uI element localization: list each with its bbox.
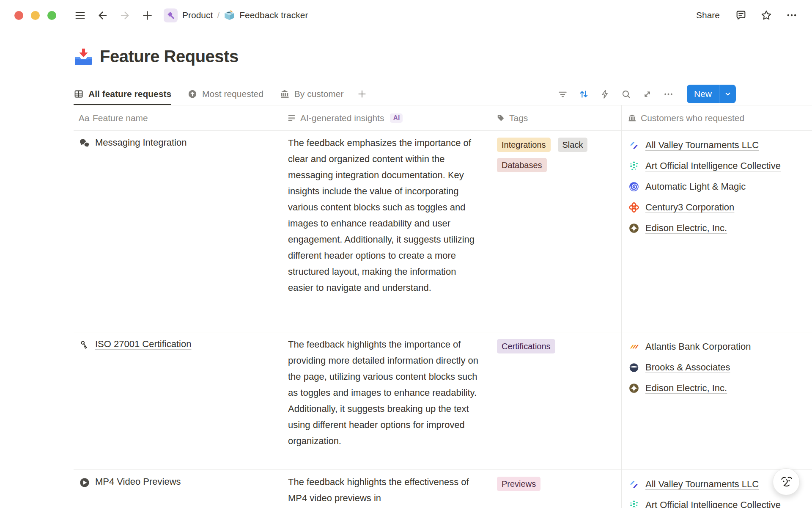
ai-insight-cell[interactable]: The feedback highlights the effectivenes… (281, 470, 490, 508)
customer-link[interactable]: Edison Electric, Inc. (645, 383, 727, 394)
column-label: Tags (509, 113, 528, 123)
forward-icon[interactable] (119, 9, 131, 22)
bank-icon (628, 113, 636, 122)
add-view-icon[interactable] (357, 88, 368, 99)
feature-name-cell[interactable]: Messaging Integration (74, 131, 281, 332)
customers-cell[interactable]: All Valley Tournaments LLCArt Official I… (622, 131, 812, 332)
feature-name-cell[interactable]: ISO 27001 Certification (74, 332, 281, 469)
tag-pill-integrations[interactable]: Integrations (497, 138, 551, 152)
customer-link[interactable]: Edison Electric, Inc. (645, 223, 727, 234)
hammer-icon (166, 11, 176, 20)
database-toolbar: New (557, 83, 812, 105)
customer-link[interactable]: Century3 Corporation (645, 202, 734, 213)
share-button[interactable]: Share (696, 10, 720, 20)
close-window-button[interactable] (14, 11, 23, 20)
table-header-row: AaFeature nameAI-generated insightsAITag… (74, 105, 812, 131)
customers-cell[interactable]: Atlantis Bank CorporationBrooks & Associ… (622, 332, 812, 469)
teal-dots-logo (628, 500, 639, 508)
customer-item[interactable]: Automatic Light & Magic (628, 176, 812, 197)
blue-slashes-logo (628, 479, 639, 490)
search-icon[interactable] (621, 89, 631, 99)
navy-oval-logo (628, 362, 639, 373)
tag-pill-slack[interactable]: Slack (558, 138, 588, 152)
breadcrumb-page[interactable]: Feedback tracker (239, 10, 308, 20)
ai-insight-cell[interactable]: The feedback emphasizes the importance o… (281, 131, 490, 332)
customer-item[interactable]: Art Official Intelligence Collective (628, 155, 812, 176)
ai-badge: AI (390, 113, 403, 123)
customer-link[interactable]: Atlantis Bank Corporation (645, 341, 751, 352)
feature-name-cell[interactable]: MP4 Video Previews (74, 470, 281, 508)
customer-link[interactable]: Automatic Light & Magic (645, 181, 746, 192)
traffic-lights (14, 11, 56, 20)
feature-name-link[interactable]: Messaging Integration (95, 137, 187, 149)
customer-link[interactable]: All Valley Tournaments LLC (645, 140, 759, 151)
more-gray-icon[interactable] (663, 89, 674, 99)
comments-icon[interactable] (735, 9, 747, 21)
tag-pill-certifications[interactable]: Certifications (497, 339, 555, 353)
customer-item[interactable]: Atlantis Bank Corporation (628, 336, 812, 357)
customer-item[interactable]: Brooks & Associates (628, 357, 812, 378)
page-header: Feature Requests (74, 47, 239, 66)
column-header-customers-who-requested[interactable]: Customers who requested (622, 105, 812, 130)
column-label: AI-generated insights (300, 113, 384, 123)
favorite-star-icon[interactable] (760, 9, 772, 21)
Aa-icon: Aa (80, 113, 88, 122)
speech-bubbles-icon (79, 138, 91, 149)
new-button[interactable]: New (687, 85, 736, 103)
column-label: Customers who requested (641, 113, 744, 123)
sort-icon[interactable] (579, 89, 589, 99)
table-row: MP4 Video PreviewsThe feedback highlight… (74, 470, 812, 508)
breadcrumb-workspace[interactable]: Product (182, 10, 213, 20)
new-page-icon[interactable] (141, 9, 154, 22)
window-top-bar: Product / Feedback tracker Share (0, 0, 812, 30)
ballot-box-icon (224, 10, 235, 21)
customer-link[interactable]: Art Official Intelligence Collective (645, 500, 781, 508)
more-options-icon[interactable] (786, 9, 798, 21)
tags-cell[interactable]: Previews (490, 470, 622, 508)
view-tabs-bar: All feature requestsMost requestedBy cus… (74, 83, 812, 105)
back-icon[interactable] (96, 9, 109, 22)
workspace-icon-bg[interactable] (164, 8, 178, 22)
blue-spiral-logo (628, 181, 639, 192)
chevron-down-icon (724, 90, 732, 98)
feature-name-link[interactable]: ISO 27001 Certification (95, 338, 191, 351)
sidebar-toggle-icon[interactable] (74, 9, 86, 22)
tab-label: By customer (294, 89, 344, 99)
tag-pill-previews[interactable]: Previews (497, 477, 540, 491)
orange-stripes-logo (628, 341, 639, 352)
lightning-icon[interactable] (600, 89, 610, 99)
customer-item[interactable]: Art Official Intelligence Collective (628, 494, 812, 508)
minimize-window-button[interactable] (31, 11, 40, 20)
brown-star-logo (628, 383, 639, 394)
feature-name-link[interactable]: MP4 Video Previews (95, 476, 181, 488)
customer-item[interactable]: Edison Electric, Inc. (628, 378, 812, 398)
filter-icon[interactable] (557, 89, 568, 99)
customer-link[interactable]: Brooks & Associates (645, 362, 730, 373)
breadcrumb: Product / Feedback tracker (164, 8, 308, 22)
customer-link[interactable]: Art Official Intelligence Collective (645, 160, 781, 171)
customer-link[interactable]: All Valley Tournaments LLC (645, 479, 759, 490)
customer-item[interactable]: Century3 Corporation (628, 197, 812, 218)
customer-item[interactable]: All Valley Tournaments LLC (628, 135, 812, 155)
column-header-tags[interactable]: Tags (490, 105, 622, 130)
new-button-dropdown[interactable] (719, 85, 736, 103)
tags-cell[interactable]: IntegrationsSlackDatabases (490, 131, 622, 332)
tab-all-feature-requests[interactable]: All feature requests (74, 83, 171, 105)
play-icon (79, 477, 91, 489)
feature-requests-table: AaFeature nameAI-generated insightsAITag… (74, 105, 812, 508)
expand-icon[interactable] (642, 89, 653, 99)
page-title[interactable]: Feature Requests (100, 47, 239, 66)
notion-ai-button[interactable] (773, 468, 800, 495)
column-header-ai-generated-insights[interactable]: AI-generated insightsAI (281, 105, 490, 130)
tab-most-requested[interactable]: Most requested (187, 83, 263, 105)
column-header-feature-name[interactable]: AaFeature name (74, 105, 281, 130)
brown-star-logo (628, 223, 639, 234)
tab-by-customer[interactable]: By customer (280, 83, 344, 105)
orange-clover-logo (628, 202, 639, 213)
tag-pill-databases[interactable]: Databases (497, 158, 547, 172)
zoom-window-button[interactable] (47, 11, 56, 20)
inbox-tray-icon[interactable] (74, 47, 93, 66)
customer-item[interactable]: Edison Electric, Inc. (628, 218, 812, 238)
ai-insight-cell[interactable]: The feedback highlights the importance o… (281, 332, 490, 469)
tags-cell[interactable]: Certifications (490, 332, 622, 469)
